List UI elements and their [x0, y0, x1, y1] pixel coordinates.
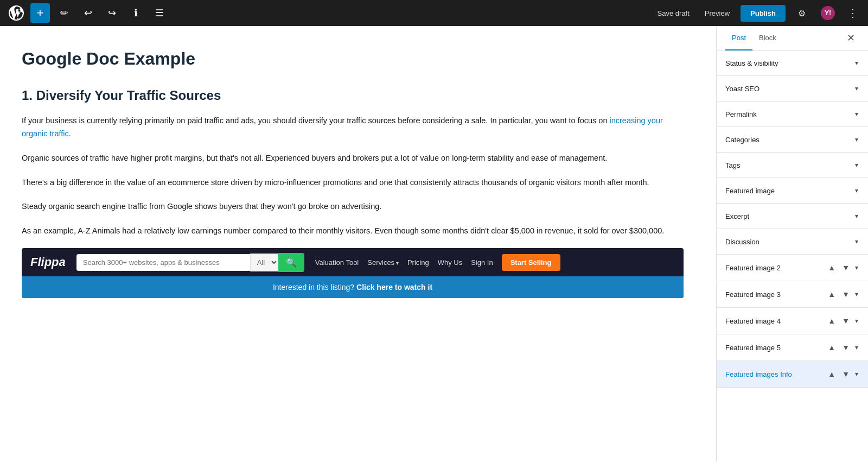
wordpress-logo[interactable] [7, 3, 26, 23]
panel-chevron-featured-image-2[interactable]: ▾ [854, 263, 859, 273]
sidebar-panel-header-tags[interactable]: Tags▾ [717, 153, 868, 178]
flippa-filter-select[interactable]: All [250, 254, 278, 271]
flippa-start-selling-button[interactable]: Start Selling [502, 254, 560, 271]
save-draft-button[interactable]: Save draft [653, 6, 694, 21]
panel-chevron-categories[interactable]: ▾ [854, 135, 859, 144]
panel-chevron-featured-image-5[interactable]: ▾ [854, 343, 859, 352]
sidebar-panel-title-yoast-seo: Yoast SEO [725, 85, 854, 93]
panel-chevron-featured-image[interactable]: ▾ [854, 186, 859, 195]
sidebar-panel-yoast-seo: Yoast SEO▾ [717, 76, 868, 102]
panel-chevron-yoast-seo[interactable]: ▾ [854, 84, 859, 93]
edit-button[interactable]: ✏ [54, 3, 74, 23]
content-paragraph-4: Steady organic search engine traffic fro… [22, 200, 684, 213]
settings-button[interactable]: ⚙ [792, 3, 812, 23]
sidebar-panel-header-discussion[interactable]: Discussion▾ [717, 229, 868, 254]
info-button[interactable]: ℹ [126, 3, 145, 23]
sidebar-panel-title-featured-image-4: Featured image 4 [725, 317, 826, 325]
flippa-search-button[interactable]: 🔍 [278, 253, 304, 272]
flippa-logo: Flippa [30, 255, 66, 269]
panel-up-button-featured-image-3[interactable]: ▲ [826, 289, 838, 300]
panel-chevron-tags[interactable]: ▾ [854, 160, 859, 170]
content-paragraph-3: There's a big difference in the value of… [22, 176, 684, 189]
flippa-nav-whyus[interactable]: Why Us [438, 258, 463, 267]
flippa-search-wrap: All 🔍 [76, 253, 304, 272]
flippa-banner: Flippa All 🔍 Valuation Tool Services Pri… [22, 248, 684, 298]
undo-button[interactable]: ↩ [78, 3, 98, 23]
sidebar-panel-title-excerpt: Excerpt [725, 212, 854, 220]
topbar-right: Save draft Preview Publish ⚙ Y! ⋮ [653, 3, 861, 23]
sidebar-panel-title-tags: Tags [725, 161, 854, 169]
yoast-icon[interactable]: Y! [818, 3, 838, 23]
panel-down-button-featured-images-info[interactable]: ▼ [840, 369, 852, 379]
sidebar-panel-controls-permalink: ▾ [854, 109, 859, 119]
preview-button[interactable]: Preview [700, 6, 734, 21]
sidebar-panel-title-featured-image-2: Featured image 2 [725, 264, 826, 272]
flippa-nav-signin[interactable]: Sign In [471, 258, 493, 267]
sidebar-panels: Status & visibility▾Yoast SEO▾Permalink▾… [717, 50, 868, 388]
panel-chevron-permalink[interactable]: ▾ [854, 109, 859, 119]
list-view-button[interactable]: ☰ [150, 3, 169, 23]
main-layout: Google Doc Example 1. Diversify Your Tra… [0, 26, 868, 462]
sidebar-panel-header-status-visibility[interactable]: Status & visibility▾ [717, 50, 868, 75]
sidebar-panel-controls-status-visibility: ▾ [854, 58, 859, 68]
sidebar-panel-controls-featured-image-3: ▲▼▾ [826, 289, 859, 300]
panel-down-button-featured-image-4[interactable]: ▼ [840, 315, 852, 326]
content-paragraph-5: As an example, A-Z Animals had a relativ… [22, 224, 684, 238]
redo-button[interactable]: ↪ [102, 3, 122, 23]
add-block-button[interactable]: + [30, 3, 50, 23]
flippa-nav-services[interactable]: Services [367, 258, 399, 267]
content-heading-1: 1. Diversify Your Traffic Sources [22, 88, 684, 103]
flippa-nav-valuation[interactable]: Valuation Tool [315, 258, 359, 267]
sidebar-tabs: Post Block ✕ [717, 26, 868, 50]
sidebar-panel-header-featured-image-5[interactable]: Featured image 5▲▼▾ [717, 334, 868, 360]
panel-chevron-status-visibility[interactable]: ▾ [854, 58, 859, 68]
sidebar-panel-featured-image-3: Featured image 3▲▼▾ [717, 281, 868, 308]
sidebar-panel-discussion: Discussion▾ [717, 229, 868, 255]
sidebar-panel-controls-featured-images-info: ▲▼▾ [826, 369, 859, 379]
content-paragraph-2: Organic sources of traffic have higher p… [22, 151, 684, 165]
sidebar-panel-controls-featured-image-4: ▲▼▾ [826, 315, 859, 326]
panel-down-button-featured-image-5[interactable]: ▼ [840, 342, 852, 353]
sidebar-panel-controls-discussion: ▾ [854, 237, 859, 246]
panel-chevron-featured-images-info[interactable]: ▾ [854, 369, 859, 379]
sidebar-panel-featured-image-2: Featured image 2▲▼▾ [717, 255, 868, 281]
sidebar-panel-header-permalink[interactable]: Permalink▾ [717, 102, 868, 126]
sidebar-panel-header-featured-image[interactable]: Featured image▾ [717, 178, 868, 203]
flippa-nav-links: Valuation Tool Services Pricing Why Us S… [315, 258, 493, 267]
panel-chevron-featured-image-4[interactable]: ▾ [854, 316, 859, 326]
sidebar-panel-controls-excerpt: ▾ [854, 211, 859, 221]
panel-up-button-featured-image-2[interactable]: ▲ [826, 262, 838, 273]
tab-block[interactable]: Block [752, 26, 783, 50]
sidebar-panel-header-featured-image-4[interactable]: Featured image 4▲▼▾ [717, 308, 868, 334]
sidebar-panel-controls-featured-image-2: ▲▼▾ [826, 262, 859, 273]
post-title[interactable]: Google Doc Example [22, 48, 684, 71]
panel-chevron-featured-image-3[interactable]: ▾ [854, 289, 859, 299]
more-options-button[interactable]: ⋮ [844, 4, 861, 22]
sidebar-panel-featured-image-4: Featured image 4▲▼▾ [717, 308, 868, 334]
panel-chevron-excerpt[interactable]: ▾ [854, 211, 859, 221]
sidebar-panel-header-featured-image-3[interactable]: Featured image 3▲▼▾ [717, 281, 868, 307]
sidebar-panel-header-excerpt[interactable]: Excerpt▾ [717, 204, 868, 229]
sidebar-panel-header-categories[interactable]: Categories▾ [717, 127, 868, 152]
sidebar-panel-title-featured-image: Featured image [725, 187, 854, 195]
sidebar-close-button[interactable]: ✕ [843, 26, 859, 50]
panel-down-button-featured-image-3[interactable]: ▼ [840, 289, 852, 300]
sidebar-panel-controls-tags: ▾ [854, 160, 859, 170]
topbar: + ✏ ↩ ↪ ℹ ☰ Save draft Preview Publish ⚙… [0, 0, 868, 26]
sidebar-panel-header-featured-image-2[interactable]: Featured image 2▲▼▾ [717, 255, 868, 281]
panel-up-button-featured-image-5[interactable]: ▲ [826, 342, 838, 353]
publish-button[interactable]: Publish [741, 5, 786, 22]
flippa-cta-link[interactable]: Click here to watch it [356, 283, 432, 292]
sidebar-panel-title-featured-image-5: Featured image 5 [725, 344, 826, 352]
sidebar-panel-header-yoast-seo[interactable]: Yoast SEO▾ [717, 76, 868, 101]
sidebar-panel-header-featured-images-info[interactable]: Featured images Info▲▼▾ [717, 361, 868, 387]
flippa-search-input[interactable] [76, 254, 250, 271]
panel-up-button-featured-image-4[interactable]: ▲ [826, 315, 838, 326]
panel-down-button-featured-image-2[interactable]: ▼ [840, 262, 852, 273]
panel-up-button-featured-images-info[interactable]: ▲ [826, 369, 838, 379]
flippa-cta-bar: Interested in this listing? Click here t… [22, 276, 684, 298]
flippa-cta-text: Interested in this listing? [273, 283, 354, 292]
flippa-nav-pricing[interactable]: Pricing [407, 258, 429, 267]
tab-post[interactable]: Post [725, 26, 752, 50]
panel-chevron-discussion[interactable]: ▾ [854, 237, 859, 246]
